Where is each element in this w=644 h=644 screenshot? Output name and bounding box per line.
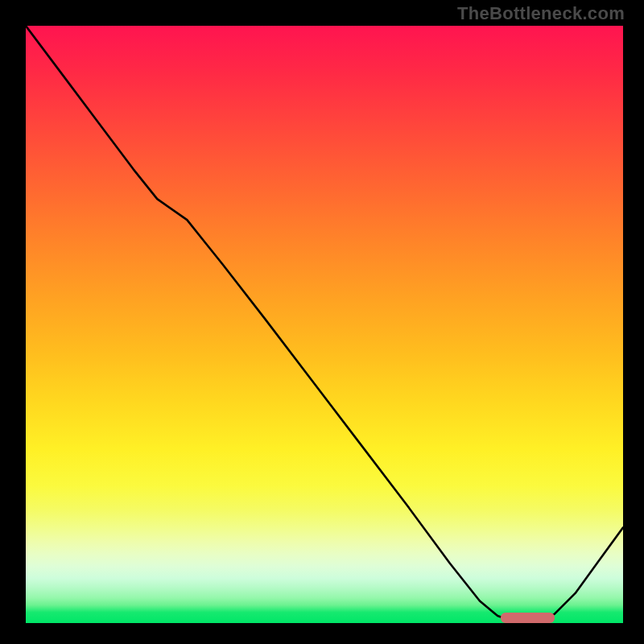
watermark-text: TheBottleneck.com bbox=[457, 3, 625, 24]
floor-bar bbox=[501, 613, 555, 623]
line-svg bbox=[26, 26, 623, 623]
chart-container: TheBottleneck.com bbox=[0, 0, 644, 644]
plot-area bbox=[26, 26, 623, 623]
curve-path bbox=[26, 26, 623, 621]
